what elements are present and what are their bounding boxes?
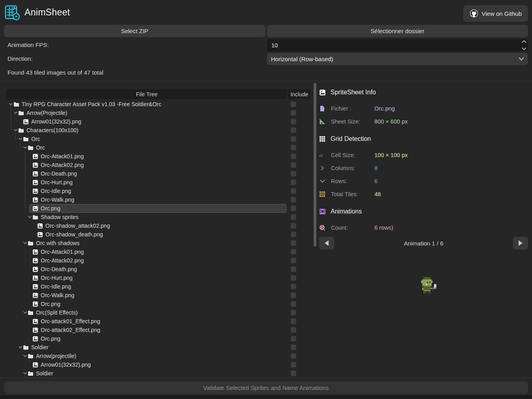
tree-row-folder[interactable]: Orc with shadows	[6, 239, 311, 247]
tree-row-folder[interactable]: Orc	[6, 135, 311, 143]
include-checkbox[interactable]	[291, 345, 296, 350]
arrow-left-icon	[325, 240, 329, 246]
tree-expand-chevron-icon[interactable]	[8, 101, 13, 107]
include-checkbox[interactable]	[291, 371, 296, 376]
include-checkbox[interactable]	[291, 154, 296, 159]
tree-row-file[interactable]: Orc-Attack02.png	[6, 256, 311, 265]
tree-row-file[interactable]: Arrow01(32x32).png	[6, 117, 311, 126]
tree-expand-chevron-icon[interactable]	[22, 353, 28, 359]
tree-row-file[interactable]: Orc-Walk.png	[6, 291, 311, 300]
tree-expand-chevron-icon[interactable]	[22, 371, 28, 376]
include-checkbox[interactable]	[291, 266, 296, 272]
view-on-github-button[interactable]: View on Github	[463, 5, 528, 22]
tree-chevron-spacer	[27, 292, 32, 298]
folder-icon	[13, 101, 19, 107]
include-checkbox[interactable]	[291, 188, 296, 194]
tree-row-file[interactable]: Orc-Death.png	[6, 169, 311, 178]
tree-row-file[interactable]: Orc-shadow_death.png	[6, 230, 311, 239]
next-animation-button[interactable]	[513, 237, 528, 249]
section-header: SpriteSheet Info	[319, 88, 528, 97]
fps-stepper[interactable]	[521, 40, 528, 51]
include-checkbox[interactable]	[291, 101, 296, 107]
tree-row-file[interactable]: Orc-Hurt.png	[6, 178, 311, 187]
tree-row-folder[interactable]: Soldier	[6, 343, 311, 352]
scrollbar-thumb[interactable]	[314, 83, 316, 247]
select-zip-button[interactable]: Select ZIP	[4, 25, 265, 37]
include-checkbox[interactable]	[291, 336, 296, 341]
tree-row-file[interactable]: Orc-attack02_Effect.png	[6, 326, 311, 334]
stepper-down-icon[interactable]	[522, 47, 526, 51]
tree-row-file[interactable]: Orc-Attack02.png	[6, 161, 311, 169]
tree-row-folder[interactable]: Soldier	[6, 369, 311, 377]
include-checkbox[interactable]	[291, 162, 296, 168]
include-checkbox[interactable]	[291, 353, 296, 359]
tree-row-folder[interactable]: Orc	[6, 143, 311, 152]
tree-row-file[interactable]: Orc.png	[6, 334, 311, 343]
include-checkbox[interactable]	[291, 180, 296, 185]
include-checkbox[interactable]	[291, 310, 296, 315]
tree-row-folder[interactable]: Arrow(Projectile)	[6, 109, 311, 117]
tree-row-file[interactable]: Orc.png	[6, 300, 311, 308]
tree-row-file[interactable]: Orc-Idle.png	[6, 187, 311, 195]
tree-expand-chevron-icon[interactable]	[22, 310, 28, 315]
tree-expand-chevron-icon[interactable]	[13, 110, 18, 116]
tree-expand-chevron-icon[interactable]	[17, 345, 23, 350]
select-folder-button[interactable]: Sélectionner dossier	[267, 25, 528, 37]
tree-row-folder[interactable]: Shadow sprites	[6, 213, 311, 221]
include-checkbox[interactable]	[291, 206, 296, 211]
include-checkbox[interactable]	[291, 197, 296, 202]
file-tree-scrollbar[interactable]	[314, 83, 316, 377]
include-checkbox[interactable]	[291, 284, 296, 289]
include-checkbox[interactable]	[291, 136, 296, 142]
include-checkbox[interactable]	[291, 301, 296, 307]
tree-row-file[interactable]: Orc-Attack01.png	[6, 152, 311, 161]
include-checkbox[interactable]	[291, 214, 296, 220]
include-checkbox[interactable]	[291, 110, 296, 116]
tree-row-file[interactable]: Orc-Walk.png	[6, 195, 311, 204]
include-checkbox[interactable]	[291, 249, 296, 255]
tree-item-label: Orc.png	[41, 301, 60, 307]
tree-expand-chevron-icon[interactable]	[17, 136, 23, 142]
image-file-icon	[32, 162, 38, 168]
include-checkbox[interactable]	[291, 223, 296, 229]
tree-row-file[interactable]: Orc-attack01_Effect.png	[6, 317, 311, 326]
include-checkbox[interactable]	[291, 258, 296, 263]
tree-row-folder[interactable]: Tiny RPG Character Asset Pack v1.03 -Fre…	[6, 100, 311, 109]
grid-white-icon	[319, 136, 326, 142]
fps-input[interactable]	[267, 39, 528, 51]
folder-icon	[18, 110, 24, 116]
include-checkbox[interactable]	[291, 275, 296, 281]
include-checkbox[interactable]	[291, 327, 296, 333]
tree-row-folder[interactable]: Characters(100x100)	[6, 126, 311, 135]
info-row: Total Tiles:48	[319, 190, 528, 198]
include-checkbox[interactable]	[291, 145, 296, 150]
tree-row-file[interactable]: Orc-Idle.png	[6, 282, 311, 291]
tree-row-folder[interactable]: Orc(Split Effects)	[6, 308, 311, 317]
include-checkbox[interactable]	[291, 318, 296, 324]
footer-bar: Validate Selected Sprites and Name Anima…	[0, 378, 532, 395]
tree-row-file[interactable]: Orc-shadow_attack02.png	[6, 221, 311, 230]
tree-row-file[interactable]: Arrow01(32x32).png	[6, 360, 311, 369]
tree-row-file[interactable]: Orc-Attack01.png	[6, 247, 311, 256]
include-checkbox[interactable]	[291, 240, 296, 246]
include-checkbox[interactable]	[291, 119, 296, 124]
include-checkbox[interactable]	[291, 292, 296, 298]
include-checkbox[interactable]	[291, 171, 296, 176]
include-checkbox[interactable]	[291, 232, 296, 237]
previous-animation-button[interactable]	[319, 237, 334, 249]
tree-expand-chevron-icon[interactable]	[22, 145, 28, 150]
include-checkbox[interactable]	[291, 127, 296, 133]
stepper-up-icon[interactable]	[522, 40, 526, 43]
validate-button[interactable]: Validate Selected Sprites and Name Anima…	[4, 381, 528, 394]
tree-row-file[interactable]: Orc.png	[6, 204, 311, 213]
tree-expand-chevron-icon[interactable]	[13, 127, 18, 133]
tree-expand-chevron-icon[interactable]	[22, 240, 28, 246]
tree-row-file[interactable]: Orc-Death.png	[6, 265, 311, 273]
tree-item-label: Arrow(Projectile)	[26, 110, 67, 116]
tree-expand-chevron-icon[interactable]	[27, 214, 32, 220]
tree-row-file[interactable]: Orc-Hurt.png	[6, 273, 311, 282]
info-row: x2Cell Size:100 × 100 px	[319, 151, 528, 159]
direction-select[interactable]: Horizontal (Row-based)	[267, 53, 528, 65]
include-checkbox[interactable]	[291, 362, 296, 367]
tree-row-folder[interactable]: Arrow(projectile)	[6, 352, 311, 360]
